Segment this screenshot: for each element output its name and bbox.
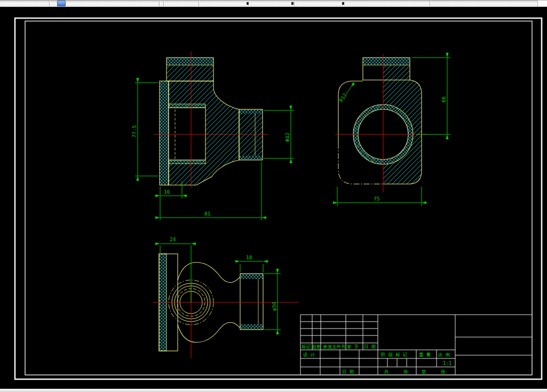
sheet-frame: [15, 18, 542, 379]
toolbar-button-fragment[interactable]: [247, 2, 249, 5]
toolbar-button-fragment[interactable]: [342, 2, 344, 5]
dimension-label: 75: [374, 196, 379, 202]
titleblock-label: 日 期: [342, 369, 354, 374]
dimension-label: Φ42: [284, 133, 290, 142]
toolbar-separator: [430, 1, 430, 6]
centerlines: [153, 283, 299, 358]
dimension-label: 66: [441, 96, 447, 102]
titleblock-label: 张: [441, 369, 446, 374]
titleblock-label: 更改文件号: [323, 344, 346, 349]
top-view: 24 18 φ50: [153, 236, 299, 358]
dimension-label: φ50: [271, 302, 277, 311]
dimension-label: 81: [204, 211, 211, 217]
side-view: R12 66 75: [335, 54, 450, 206]
toolbar-separator: [49, 1, 50, 6]
titleblock-label: 张: [403, 369, 408, 374]
titleblock-label: 阶 段 标 记: [381, 352, 408, 357]
toolbar-button-fragment[interactable]: [291, 2, 294, 5]
dimension-label: 18: [246, 254, 252, 260]
titleblock-label: 共: [384, 369, 389, 374]
titleblock-label: 签 字: [347, 344, 359, 349]
title-block: 标记 处数 更改文件号 签 字 日 期 设 计 日 期 阶 段 标 记 重 量 …: [300, 315, 532, 375]
titleblock-label: 重 量: [419, 352, 431, 357]
application-icon[interactable]: [57, 1, 66, 6]
toolbar-separator: [294, 1, 295, 6]
toolbar-separator: [163, 1, 164, 6]
dimension-label: 77.5: [131, 125, 137, 138]
titleblock-label: 标记: [302, 344, 311, 349]
drawing-sheet[interactable]: 77.5 Φ42 16 81: [0, 0, 547, 392]
titleblock-label: 日 期: [364, 344, 376, 349]
toolbar-separator: [199, 1, 199, 6]
titleblock-scale-value: 1:1: [443, 361, 451, 366]
toolbar-strip[interactable]: [0, 0, 547, 7]
toolbar-panel: [537, 0, 547, 7]
titleblock-label: 处数: [312, 344, 322, 349]
titleblock-label: 设 计: [303, 352, 315, 357]
dimension-label: 16: [164, 189, 170, 195]
front-section-view: 77.5 Φ42 16 81: [131, 51, 294, 220]
cad-canvas[interactable]: 77.5 Φ42 16 81: [0, 0, 547, 392]
titleblock-label: 比 例: [438, 352, 450, 357]
window-bottom-strip: [0, 389, 547, 392]
dimension-label: 24: [170, 236, 176, 242]
toolbar-separator: [159, 1, 160, 6]
titleblock-label: 第: [422, 369, 426, 374]
